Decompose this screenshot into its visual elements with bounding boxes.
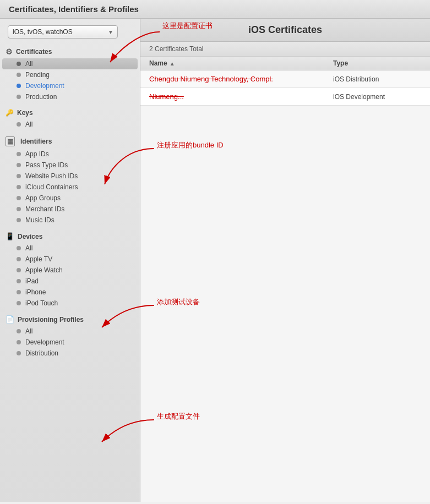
bullet-icon	[17, 207, 21, 211]
profiles-development-label: Development	[25, 338, 64, 346]
row1-type-text: iOS Distribution	[333, 75, 379, 83]
sidebar-item-app-groups[interactable]: App Groups	[0, 193, 140, 204]
app-groups-label: App Groups	[25, 194, 61, 202]
sidebar-item-icloud-containers[interactable]: iCloud Containers	[0, 182, 140, 193]
keys-all-label: All	[25, 120, 32, 128]
bullet-icon	[17, 290, 21, 294]
bullet-icon	[17, 279, 21, 283]
bullet-icon	[17, 84, 21, 88]
bullet-icon	[17, 246, 21, 250]
cert-pending-label: Pending	[25, 71, 50, 79]
sidebar-item-iphone[interactable]: iPhone	[0, 287, 140, 298]
sidebar-item-cert-production[interactable]: Production	[0, 91, 140, 102]
identifiers-header[interactable]: ▦ Identifiers	[0, 134, 140, 149]
bullet-icon	[17, 163, 21, 167]
profiles-all-label: All	[25, 327, 32, 335]
row1-name-text: Chengdu Niumeng Technology, Compl.	[149, 75, 273, 83]
apple-watch-label: Apple Watch	[25, 266, 63, 274]
content-title: iOS Certificates	[140, 19, 430, 42]
bullet-icon	[17, 340, 21, 344]
keys-label: Keys	[17, 109, 33, 117]
apple-tv-label: Apple TV	[25, 255, 52, 263]
cert-production-label: Production	[25, 93, 57, 101]
app-container: Certificates, Identifiers & Profiles iOS…	[0, 0, 430, 504]
devices-all-label: All	[25, 244, 32, 252]
merchant-ids-label: Merchant IDs	[25, 205, 64, 213]
content-area: iOS Certificates 2 Certificates Total Na…	[140, 19, 430, 502]
bullet-icon	[17, 301, 21, 305]
main-layout: iOS, tvOS, watchOS macOS ▼ ⚙ Certificate…	[0, 19, 430, 502]
identifiers-icon: ▦	[6, 136, 15, 146]
identifiers-label: Identifiers	[20, 138, 52, 145]
bullet-icon	[17, 62, 21, 66]
sidebar-item-profiles-distribution[interactable]: Distribution	[0, 348, 140, 359]
sidebar-item-keys-all[interactable]: All	[0, 119, 140, 130]
table-row[interactable]: Chengdu Niumeng Technology, Compl. iOS D…	[140, 70, 430, 88]
sidebar-item-cert-pending[interactable]: Pending	[0, 69, 140, 80]
platform-dropdown-wrapper[interactable]: iOS, tvOS, watchOS macOS ▼	[8, 25, 118, 39]
sort-arrow-icon: ▲	[170, 61, 175, 67]
name-header-label: Name	[149, 59, 167, 67]
sidebar-item-profiles-development[interactable]: Development	[0, 337, 140, 348]
profiles-distribution-label: Distribution	[25, 349, 58, 357]
devices-label: Devices	[18, 233, 42, 240]
bullet-icon	[17, 122, 21, 127]
sidebar-item-profiles-all[interactable]: All	[0, 326, 140, 337]
sidebar-item-apple-watch[interactable]: Apple Watch	[0, 265, 140, 276]
ipad-label: iPad	[25, 277, 39, 285]
sidebar-section-identifiers: ▦ Identifiers App IDs Pass Type IDs Webs…	[0, 134, 140, 226]
type-header-label: Type	[333, 59, 348, 67]
bullet-icon	[17, 174, 21, 178]
page-title: Certificates, Identifiers & Profiles	[9, 4, 139, 14]
sidebar-item-ipad[interactable]: iPad	[0, 276, 140, 287]
row1-name: Chengdu Niumeng Technology, Compl.	[149, 75, 333, 83]
row1-type: iOS Distribution	[333, 75, 421, 83]
bullet-icon	[17, 73, 21, 77]
keys-icon: 🔑	[6, 109, 14, 117]
certificates-icon: ⚙	[6, 47, 13, 56]
row2-type-text: iOS Development	[333, 93, 385, 101]
sidebar-item-merchant-ids[interactable]: Merchant IDs	[0, 204, 140, 215]
bullet-icon	[17, 196, 21, 200]
sidebar-item-website-push-ids[interactable]: Website Push IDs	[0, 171, 140, 182]
keys-header[interactable]: 🔑 Keys	[0, 107, 140, 119]
sidebar-section-provisioning: 📄 Provisioning Profiles All Development …	[0, 313, 140, 359]
bullet-icon	[17, 268, 21, 272]
app-ids-label: App IDs	[25, 150, 49, 158]
sidebar-item-apple-tv[interactable]: Apple TV	[0, 254, 140, 265]
devices-header[interactable]: 📱 Devices	[0, 230, 140, 243]
devices-icon: 📱	[6, 232, 14, 240]
certificates-label: Certificates	[16, 48, 52, 56]
sidebar-item-app-ids[interactable]: App IDs	[0, 149, 140, 160]
table-row[interactable]: Niumeng... iOS Development	[140, 88, 430, 106]
sidebar-item-music-ids[interactable]: Music IDs	[0, 215, 140, 226]
type-column-header: Type	[333, 59, 421, 67]
sidebar-item-cert-development[interactable]: Development	[0, 80, 140, 91]
sidebar-item-devices-all[interactable]: All	[0, 243, 140, 254]
name-column-header: Name ▲	[149, 59, 333, 67]
provisioning-label: Provisioning Profiles	[18, 316, 84, 324]
sidebar-section-keys: 🔑 Keys All	[0, 107, 140, 130]
provisioning-header[interactable]: 📄 Provisioning Profiles	[0, 313, 140, 326]
table-header: Name ▲ Type	[140, 57, 430, 70]
sidebar-item-pass-type-ids[interactable]: Pass Type IDs	[0, 160, 140, 171]
sidebar: iOS, tvOS, watchOS macOS ▼ ⚙ Certificate…	[0, 19, 140, 502]
bullet-icon	[17, 95, 21, 99]
bullet-icon	[17, 218, 21, 222]
ipod-touch-label: iPod Touch	[25, 299, 58, 307]
website-push-ids-label: Website Push IDs	[25, 172, 78, 180]
music-ids-label: Music IDs	[25, 216, 55, 224]
bullet-icon	[17, 152, 21, 156]
row2-type: iOS Development	[333, 93, 421, 101]
certificates-header[interactable]: ⚙ Certificates	[0, 45, 140, 58]
sidebar-item-cert-all[interactable]: All	[2, 58, 138, 69]
cert-development-label: Development	[25, 82, 64, 90]
platform-dropdown[interactable]: iOS, tvOS, watchOS macOS	[8, 25, 118, 39]
bullet-icon	[17, 185, 21, 189]
icloud-containers-label: iCloud Containers	[25, 183, 78, 191]
platform-selector[interactable]: iOS, tvOS, watchOS macOS ▼	[8, 25, 132, 39]
page-header: Certificates, Identifiers & Profiles	[0, 0, 430, 19]
sidebar-section-devices: 📱 Devices All Apple TV Apple Watch	[0, 230, 140, 309]
bullet-icon	[17, 351, 21, 355]
sidebar-item-ipod-touch[interactable]: iPod Touch	[0, 298, 140, 309]
